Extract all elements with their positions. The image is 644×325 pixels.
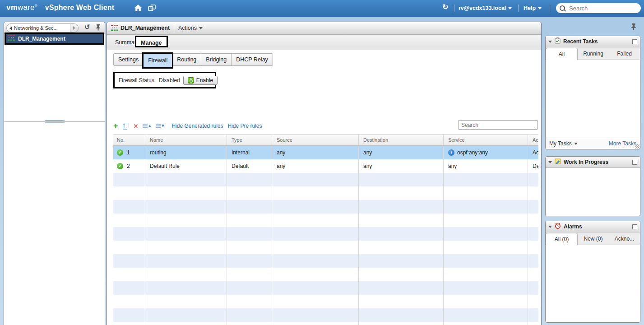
alarms-tab-new[interactable]: New (0)	[578, 233, 609, 245]
tasks-tab-running[interactable]: Running	[578, 48, 609, 60]
alarms-tab-all[interactable]: All (0)	[546, 233, 578, 245]
column-header-destination[interactable]: Destination	[358, 135, 443, 145]
table-empty-rows	[113, 173, 538, 325]
subtab-bridging[interactable]: Bridging	[201, 53, 232, 66]
my-tasks-label: My Tasks	[549, 140, 572, 147]
chevron-down-icon	[199, 27, 203, 29]
launch-console-icon[interactable]	[148, 5, 156, 13]
rule-no: 2	[127, 163, 130, 169]
delete-rule-icon[interactable]: ✕	[134, 123, 139, 130]
splitter-grip-icon[interactable]	[45, 120, 65, 123]
table-row-rule-2[interactable]: 2 Default Rule Default any any any De	[113, 159, 538, 173]
nav-item-dlr-management[interactable]: DLR_Management	[5, 32, 104, 45]
rule-service: ospf:any:any	[457, 149, 488, 156]
work-in-progress-list	[546, 168, 640, 216]
column-header-source[interactable]: Source	[272, 135, 358, 145]
enable-button[interactable]: Enable	[183, 76, 218, 85]
rule-valid-icon	[117, 149, 123, 156]
resize-grip-icon[interactable]	[635, 144, 639, 149]
info-icon[interactable]	[448, 149, 454, 156]
actions-menu[interactable]: Actions	[178, 25, 203, 31]
alarms-tab-acknowledged[interactable]: Ackno...	[609, 233, 640, 245]
table-row-empty	[113, 173, 538, 186]
forward-icon[interactable]	[70, 24, 78, 32]
rule-destination: any	[358, 159, 443, 173]
nav-item-label: DLR_Management	[18, 36, 65, 42]
hide-generated-rules-link[interactable]: Hide Generated rules	[171, 123, 223, 129]
collapse-icon[interactable]	[548, 226, 552, 228]
history-icon[interactable]: ↺	[84, 23, 90, 31]
home-icon[interactable]	[134, 5, 142, 13]
tasks-tab-failed[interactable]: Failed	[609, 48, 640, 60]
table-row-empty	[113, 186, 538, 200]
navigator-breadcrumb: Networking & Sec...	[6, 23, 79, 32]
back-icon[interactable]	[7, 24, 14, 32]
chevron-down-icon	[508, 7, 512, 9]
object-tabs: Summary Manage	[107, 35, 541, 50]
navigator-splitter[interactable]	[4, 121, 105, 122]
pin-icon[interactable]	[631, 23, 636, 32]
work-in-progress-header: Work In Progress	[546, 157, 640, 168]
table-row-rule-1[interactable]: 1 routing Internal any any ospf:any:any …	[113, 146, 538, 159]
rules-search-input[interactable]	[459, 120, 537, 130]
help-menu[interactable]: Help	[524, 5, 542, 11]
subtab-settings[interactable]: Settings	[113, 53, 144, 66]
enable-button-label: Enable	[196, 77, 213, 84]
table-row-empty	[113, 227, 538, 241]
dlr-object-icon	[111, 25, 118, 33]
navigator-title[interactable]: Networking & Sec...	[14, 25, 70, 31]
subtab-dhcp-relay[interactable]: DHCP Relay	[231, 53, 273, 66]
work-in-progress-title: Work In Progress	[564, 159, 630, 165]
popout-icon[interactable]	[632, 160, 637, 165]
dlr-object-icon	[8, 35, 15, 42]
column-header-type[interactable]: Type	[227, 135, 272, 145]
my-tasks-dropdown[interactable]: My Tasks	[549, 140, 578, 147]
table-header-row: No. Name Type Source Destination Service…	[113, 134, 538, 146]
hide-pre-rules-link[interactable]: Hide Pre rules	[228, 123, 262, 129]
table-row-empty	[113, 268, 538, 281]
main-panel: DLR_Management Actions Summary Manage Se…	[107, 22, 542, 325]
navigator-panel: Networking & Sec... ↺ DLR_Management	[4, 22, 105, 325]
tab-manage[interactable]: Manage	[135, 36, 168, 47]
rules-toolbar: + ✕ Hide Generated rules Hide Pre rules	[113, 121, 262, 131]
rule-action: De	[528, 159, 538, 173]
popout-icon[interactable]	[632, 224, 637, 229]
column-header-action[interactable]: Ac	[528, 135, 538, 145]
column-header-no[interactable]: No.	[113, 135, 145, 145]
collapse-icon[interactable]	[548, 41, 552, 43]
global-search-input[interactable]	[568, 5, 644, 12]
alarms-title: Alarms	[564, 223, 630, 230]
table-row-empty	[113, 214, 538, 227]
rule-source: any	[272, 159, 358, 173]
move-rule-down-icon[interactable]	[156, 124, 164, 128]
tasks-tab-all[interactable]: All	[546, 48, 578, 60]
subtab-firewall[interactable]: Firewall	[142, 52, 173, 69]
collapse-icon[interactable]	[548, 161, 552, 163]
add-rule-icon[interactable]: +	[113, 122, 118, 130]
table-row-empty	[113, 254, 538, 268]
move-rule-up-icon[interactable]	[143, 124, 151, 128]
user-menu[interactable]: rv@vcdx133.local	[459, 5, 512, 11]
table-row-empty	[113, 308, 538, 322]
alarms-list	[546, 245, 640, 322]
notepad-icon	[555, 158, 561, 166]
table-row-empty	[113, 322, 538, 325]
column-header-name[interactable]: Name	[145, 135, 227, 145]
popout-icon[interactable]	[632, 39, 637, 44]
pin-icon[interactable]	[96, 24, 101, 32]
help-label: Help	[524, 5, 536, 11]
topbar-divider	[518, 5, 519, 12]
subtab-routing[interactable]: Routing	[172, 53, 201, 66]
chevron-down-icon	[574, 143, 578, 145]
copy-rule-icon[interactable]	[123, 123, 129, 130]
refresh-icon[interactable]: ↻	[442, 4, 448, 11]
rule-no: 1	[127, 149, 130, 156]
alarms-header: Alarms	[546, 221, 640, 232]
rule-name: Default Rule	[145, 159, 227, 173]
alarms-tabs: All (0) New (0) Ackno...	[546, 232, 640, 245]
brand-ware: ware	[18, 3, 35, 12]
more-tasks-link[interactable]: More Tasks	[609, 140, 636, 147]
column-header-service[interactable]: Service	[443, 135, 528, 145]
brand-vm: vm	[6, 3, 18, 12]
recent-tasks-footer: My Tasks More Tasks	[546, 138, 640, 149]
